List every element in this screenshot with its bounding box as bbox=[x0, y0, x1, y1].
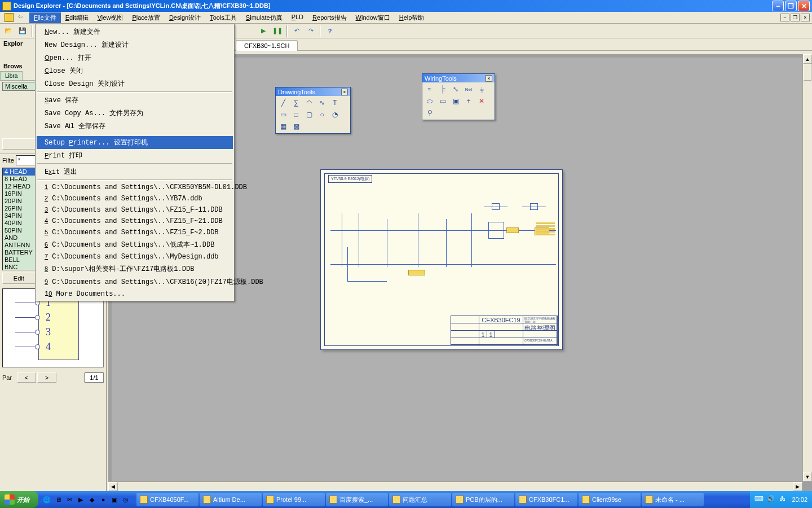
wire-icon[interactable]: ≈ bbox=[423, 84, 436, 95]
scrollbar-vertical[interactable]: ▲ ▼ bbox=[802, 54, 812, 481]
port-icon[interactable]: ⬭ bbox=[423, 95, 436, 107]
scroll-thumb-v[interactable] bbox=[804, 64, 811, 81]
quick-app2-icon[interactable]: ● bbox=[98, 493, 108, 506]
file-menu-item[interactable]: New... 新建文件 bbox=[37, 25, 233, 38]
undo-icon[interactable]: ↶ bbox=[290, 25, 303, 37]
mdi-restore-button[interactable]: ❐ bbox=[791, 14, 800, 21]
part-next-button[interactable]: > bbox=[37, 373, 56, 383]
file-menu-item[interactable]: Save 保存 bbox=[37, 94, 233, 107]
file-menu-item[interactable]: 7 C:\Documents and Settings\..\MyDesign.… bbox=[37, 251, 233, 262]
busentry-icon[interactable]: ⤡ bbox=[449, 84, 462, 95]
tab-libraries[interactable]: Libra bbox=[0, 71, 23, 80]
edit-button[interactable]: Edit bbox=[2, 273, 36, 284]
menu-reports[interactable]: Reports报告 bbox=[308, 12, 351, 23]
menu-file[interactable]: File文件 bbox=[29, 12, 61, 23]
system-tray[interactable]: ⌨ 🔊 🖧 20:02 bbox=[750, 491, 812, 508]
taskbar-task[interactable]: Protel 99... bbox=[263, 493, 325, 506]
file-menu-item[interactable]: 5 C:\Documents and Settings\..\FZ15_F~2.… bbox=[37, 227, 233, 238]
taskbar-task[interactable]: Client99se bbox=[579, 493, 641, 506]
close-button[interactable]: ✕ bbox=[798, 1, 810, 11]
open-icon[interactable]: 📂 bbox=[2, 25, 15, 37]
taskbar-task[interactable]: CFXB4050F... bbox=[136, 493, 198, 506]
pie-icon[interactable]: ◔ bbox=[329, 109, 341, 120]
bezier-icon[interactable]: ∿ bbox=[316, 97, 328, 108]
probe-icon[interactable]: ⚲ bbox=[423, 107, 436, 119]
save-icon[interactable]: 💾 bbox=[16, 25, 29, 37]
frame-icon[interactable]: ▭ bbox=[277, 109, 289, 120]
noerc-icon[interactable]: ✕ bbox=[475, 95, 488, 107]
netlabel-icon[interactable]: Net bbox=[462, 84, 475, 95]
menu-help[interactable]: Help帮助 bbox=[395, 12, 429, 23]
file-menu-item[interactable]: Exit 退出 bbox=[37, 165, 233, 178]
file-menu-item[interactable]: 10 More Documents... bbox=[37, 288, 233, 300]
taskbar-task[interactable]: 问题汇总 bbox=[389, 493, 451, 506]
text-icon[interactable]: T bbox=[329, 97, 341, 108]
roundrect-icon[interactable]: ▢ bbox=[303, 109, 315, 120]
file-menu-item[interactable]: Save All 全部保存 bbox=[37, 120, 233, 133]
drawing-tools-close-icon[interactable]: × bbox=[341, 89, 348, 95]
quick-mail-icon[interactable]: ✉ bbox=[64, 493, 74, 506]
minimize-button[interactable]: − bbox=[772, 1, 784, 11]
bus-icon[interactable]: ╞ bbox=[436, 84, 449, 95]
file-menu-item[interactable]: New Design... 新建设计 bbox=[37, 38, 233, 51]
file-menu-item[interactable]: 3 C:\Documents and Settings\..\FZ15_F~11… bbox=[37, 204, 233, 216]
file-menu-item[interactable]: 1 C:\Documents and Settings\..\CFXB50YB5… bbox=[37, 182, 233, 193]
mdi-close-button[interactable]: × bbox=[801, 14, 810, 21]
file-menu-item[interactable]: 6 C:\Documents and Settings\..\低成本~1.DDB bbox=[37, 238, 233, 251]
start-button[interactable]: 开始 bbox=[0, 491, 38, 508]
menu-edit[interactable]: Edit编辑 bbox=[61, 12, 93, 23]
tray-volume-icon[interactable]: 🔊 bbox=[767, 495, 776, 504]
tab-schematic[interactable]: CFXB30~1.SCH bbox=[236, 40, 298, 51]
file-menu-item[interactable]: Print 打印 bbox=[37, 149, 233, 162]
menu-tools[interactable]: Tools工具 bbox=[205, 12, 241, 23]
image-icon[interactable]: ▦ bbox=[277, 121, 289, 132]
wiring-tools-toolbox[interactable]: WiringTools× ≈ ╞ ⤡ Net ⏚ ⬭ ▭ ▣ + ✕ ⚲ bbox=[422, 73, 495, 120]
scroll-left-icon[interactable]: ◀ bbox=[108, 482, 118, 491]
menu-view[interactable]: View视图 bbox=[93, 12, 128, 23]
taskbar-task[interactable]: CFXB30FC1... bbox=[515, 493, 577, 506]
arc-icon[interactable]: ◠ bbox=[303, 97, 315, 108]
file-menu-item[interactable]: Open... 打开 bbox=[37, 51, 233, 64]
file-menu-item[interactable]: 2 C:\Documents and Settings\..\YB7A.ddb bbox=[37, 193, 233, 204]
menu-place[interactable]: Place放置 bbox=[127, 12, 165, 23]
quick-app3-icon[interactable]: ▣ bbox=[109, 493, 120, 506]
scrollbar-horizontal[interactable]: ◀ ▶ bbox=[108, 481, 802, 491]
file-menu-item[interactable]: 8 D:\supor\相关资料-工作\FZ17电路板1.DDB bbox=[37, 262, 233, 275]
file-menu-item[interactable]: 9 C:\Documents and Settings\..\CFXB16(20… bbox=[37, 275, 233, 288]
pause-icon[interactable]: ❚❚ bbox=[271, 25, 284, 37]
quick-app4-icon[interactable]: ◎ bbox=[121, 493, 131, 506]
maximize-button[interactable]: ❐ bbox=[785, 1, 797, 11]
tray-network-icon[interactable]: 🖧 bbox=[779, 495, 788, 504]
array-icon[interactable]: ▩ bbox=[290, 121, 302, 132]
menu-pld[interactable]: PLD bbox=[287, 12, 308, 23]
quick-ie-icon[interactable]: 🌐 bbox=[42, 493, 52, 506]
file-menu-item[interactable]: 4 C:\Documents and Settings\..\FZ15_F~21… bbox=[37, 216, 233, 227]
sheet-icon[interactable]: ▭ bbox=[436, 95, 449, 107]
menu-design[interactable]: Design设计 bbox=[165, 12, 205, 23]
rect-icon[interactable]: □ bbox=[290, 109, 302, 120]
drawing-tools-toolbox[interactable]: DrawingTools× ╱ ∑ ◠ ∿ T ▭ □ ▢ ○ ◔ ▦ ▩ bbox=[275, 87, 351, 134]
line-icon[interactable]: ╱ bbox=[277, 97, 289, 108]
wiring-tools-close-icon[interactable]: × bbox=[486, 75, 492, 82]
file-menu-item[interactable]: Setup Printer... 设置打印机 bbox=[37, 136, 233, 149]
tray-input-icon[interactable]: ⌨ bbox=[754, 495, 764, 504]
explorer-icon[interactable] bbox=[5, 13, 14, 22]
scroll-right-icon[interactable]: ▶ bbox=[793, 482, 802, 491]
ellipse-icon[interactable]: ○ bbox=[316, 109, 328, 120]
quick-desktop-icon[interactable]: 🖥 bbox=[53, 493, 63, 506]
polyline-icon[interactable]: ∑ bbox=[290, 97, 302, 108]
part-page[interactable] bbox=[85, 373, 104, 383]
quick-app1-icon[interactable]: ◆ bbox=[87, 493, 97, 506]
back-icon[interactable]: ⇦ bbox=[18, 13, 27, 22]
file-menu-item[interactable]: Close Design 关闭设计 bbox=[37, 77, 233, 90]
run-icon[interactable]: ▶ bbox=[257, 25, 270, 37]
junction-icon[interactable]: + bbox=[462, 95, 475, 107]
taskbar-task[interactable]: PCB的层的... bbox=[452, 493, 514, 506]
menu-window[interactable]: Window窗口 bbox=[351, 12, 395, 23]
taskbar-task[interactable]: 百度搜索_... bbox=[326, 493, 388, 506]
scroll-up-icon[interactable]: ▲ bbox=[803, 54, 812, 64]
help-icon[interactable]: ? bbox=[324, 25, 336, 37]
sheetentry-icon[interactable]: ▣ bbox=[449, 95, 462, 107]
schematic-sheet[interactable]: YTV30-9 E2012(电源) bbox=[320, 169, 563, 350]
part-prev-button[interactable]: < bbox=[17, 373, 36, 383]
